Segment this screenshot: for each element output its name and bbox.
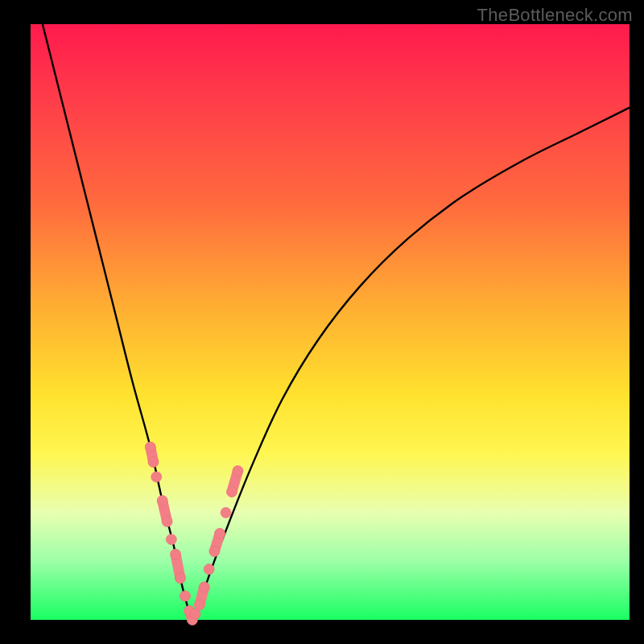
- marker-dot: [221, 507, 231, 518]
- marker-dot: [171, 549, 181, 559]
- chart-frame: TheBottleneck.com: [0, 0, 644, 644]
- marker-dot: [157, 496, 167, 506]
- marker-dot: [162, 516, 172, 526]
- marker-dot: [194, 600, 204, 610]
- marker-dot: [148, 456, 159, 467]
- marker-group: [145, 442, 243, 625]
- bottleneck-curve-svg: [31, 24, 630, 620]
- marker-dot: [204, 564, 214, 575]
- marker-dot: [226, 486, 237, 497]
- marker-dot: [199, 582, 209, 592]
- marker-dot: [180, 591, 190, 601]
- watermark-text: TheBottleneck.com: [477, 5, 633, 26]
- plot-area: [31, 24, 630, 620]
- bottleneck-curve-path: [43, 24, 630, 620]
- marker-dot: [166, 535, 176, 545]
- marker-dot: [151, 472, 162, 482]
- marker-dot: [233, 466, 243, 477]
- marker-dot: [209, 546, 220, 556]
- marker-dot: [145, 442, 155, 452]
- marker-dot: [175, 573, 186, 584]
- marker-dot: [215, 528, 225, 539]
